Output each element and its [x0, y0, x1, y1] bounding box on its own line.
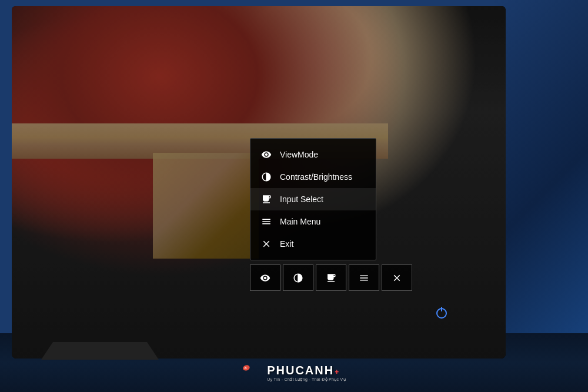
- toolbar-btn-eye[interactable]: [250, 264, 280, 291]
- brand-icon: a: [242, 362, 253, 373]
- menu-icon: [260, 215, 273, 228]
- toolbar-btn-contrast[interactable]: [283, 264, 313, 291]
- input-icon: [260, 193, 273, 206]
- osd-toolbar: [250, 264, 412, 291]
- x-icon: [260, 237, 273, 250]
- monitor-frame: ViewMode Contrast/Brightness Input Selec…: [12, 6, 506, 359]
- monitor-stand: [41, 342, 159, 360]
- menu-item-exit[interactable]: Exit: [250, 233, 376, 255]
- menu-item-input[interactable]: Input Select: [250, 188, 376, 210]
- brand-name: PHUCANH: [267, 364, 334, 377]
- menu-item-viewmode[interactable]: ViewMode: [250, 143, 376, 166]
- toolbar-btn-menu[interactable]: [349, 264, 379, 291]
- power-button[interactable]: [436, 308, 447, 319]
- toolbar-btn-exit[interactable]: [382, 264, 412, 291]
- svg-text:a: a: [245, 366, 247, 370]
- menu-label-exit: Exit: [280, 239, 293, 249]
- eye-icon: [260, 148, 273, 161]
- contrast-icon: [260, 170, 273, 183]
- menu-item-mainmenu[interactable]: Main Menu: [250, 210, 376, 233]
- menu-label-input: Input Select: [280, 195, 323, 204]
- screen-area: ViewMode Contrast/Brightness Input Selec…: [12, 6, 506, 359]
- menu-label-viewmode: ViewMode: [280, 150, 318, 159]
- brand-logo: a PHUCANH + Uy Tín - Chất Lượng - Thái Đ…: [242, 362, 346, 383]
- toolbar-btn-input[interactable]: [316, 264, 346, 291]
- brand-superscript: +: [335, 368, 339, 376]
- menu-item-contrast[interactable]: Contrast/Brightness: [250, 166, 376, 188]
- osd-menu: ViewMode Contrast/Brightness Input Selec…: [250, 138, 376, 260]
- brand-tagline: Uy Tín - Chất Lượng - Thái Độ Phục Vụ: [267, 377, 346, 382]
- menu-label-contrast: Contrast/Brightness: [280, 172, 352, 182]
- menu-label-mainmenu: Main Menu: [280, 217, 320, 226]
